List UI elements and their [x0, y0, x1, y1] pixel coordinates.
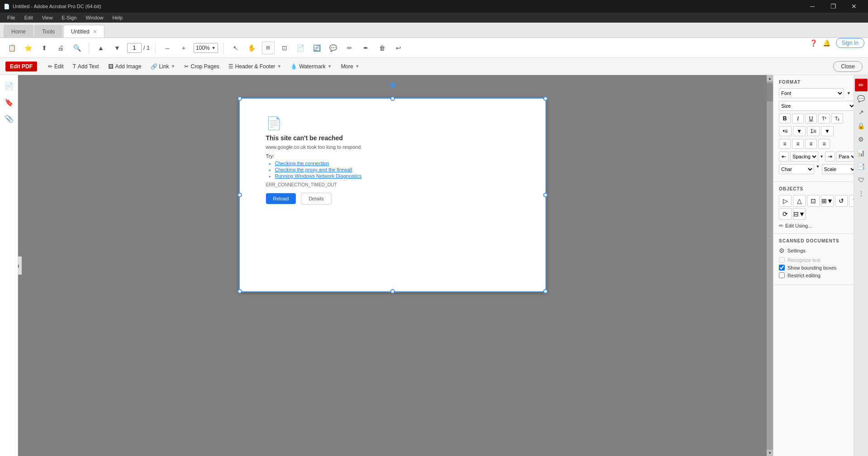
- previous-page-button[interactable]: ▲: [95, 42, 107, 54]
- edit-button[interactable]: ✏ Edit: [44, 62, 67, 71]
- scroll-up-button[interactable]: ▲: [767, 75, 773, 81]
- text-scale-select[interactable]: Scale: [822, 164, 857, 174]
- export-panel-icon[interactable]: 📊: [855, 147, 868, 159]
- scroll-thumb[interactable]: [767, 83, 773, 101]
- action-button[interactable]: 🔄: [311, 42, 323, 54]
- find-button[interactable]: 🔍: [71, 42, 83, 54]
- eraser-button[interactable]: 🗑: [376, 42, 389, 54]
- superscript-button[interactable]: T²: [818, 114, 830, 124]
- crop-pages-button[interactable]: ✂ Crop Pages: [180, 62, 223, 71]
- upload-button[interactable]: ⬆: [38, 42, 51, 54]
- restore-button[interactable]: ❐: [823, 0, 844, 13]
- pages-panel-icon[interactable]: 📄: [2, 79, 16, 93]
- add-image-button[interactable]: 🖼 Add Image: [104, 62, 145, 71]
- protect-panel-icon[interactable]: 🔒: [855, 119, 868, 132]
- attachments-panel-icon[interactable]: 📎: [2, 111, 16, 126]
- draw-button[interactable]: ✒: [360, 42, 372, 54]
- decrease-indent-button[interactable]: ⇤: [779, 152, 789, 162]
- details-button[interactable]: Details: [301, 193, 332, 204]
- watermark-button[interactable]: 💧 Watermark ▼: [287, 62, 335, 71]
- flip-horizontal-button[interactable]: △: [793, 195, 806, 207]
- rotation-circle[interactable]: [390, 82, 395, 88]
- zoom-level-select[interactable]: 100% ▼: [194, 43, 218, 53]
- page-number-input[interactable]: [127, 43, 142, 53]
- tab-close-icon[interactable]: ×: [93, 28, 97, 35]
- close-edit-button[interactable]: Close: [833, 61, 863, 72]
- subscript-button[interactable]: T₂: [831, 114, 843, 124]
- select-tool-button[interactable]: ↖: [229, 42, 242, 54]
- print-button[interactable]: 🖨: [54, 42, 67, 54]
- ordered-list-style-button[interactable]: ▼: [821, 126, 834, 136]
- align-right-button[interactable]: ≡: [805, 139, 817, 149]
- show-bounding-boxes-checkbox[interactable]: [779, 265, 785, 271]
- edit-pdf-panel-icon[interactable]: ✏: [855, 79, 868, 91]
- more-button[interactable]: More ▼: [337, 62, 363, 71]
- unordered-list-button[interactable]: •≡: [779, 126, 792, 136]
- arrange-button[interactable]: ⊟▼: [793, 208, 806, 220]
- tools-panel-icon[interactable]: ⚙: [855, 133, 868, 146]
- tab-tools[interactable]: Tools: [34, 25, 62, 38]
- tab-home[interactable]: Home: [4, 25, 33, 38]
- security-panel-icon[interactable]: 🛡: [855, 174, 868, 186]
- ordered-list-button[interactable]: 1≡: [807, 126, 820, 136]
- suggestion-2[interactable]: Checking the proxy and the firewall: [275, 167, 519, 172]
- minimize-button[interactable]: ─: [802, 0, 823, 13]
- font-size-select[interactable]: Size: [779, 101, 856, 111]
- align-objects-button[interactable]: ⊞▼: [821, 195, 834, 207]
- italic-button[interactable]: I: [792, 114, 804, 124]
- collapse-panel-button[interactable]: ◀: [18, 256, 22, 275]
- bookmark-button[interactable]: ⭐: [22, 42, 34, 54]
- show-bounding-boxes-row[interactable]: Show bounding boxes: [779, 265, 863, 271]
- next-page-button[interactable]: ▼: [111, 42, 123, 54]
- insert-page-button[interactable]: 📄: [294, 42, 307, 54]
- menu-edit[interactable]: Edit: [21, 14, 37, 21]
- menu-window[interactable]: Window: [82, 14, 107, 21]
- undo-button[interactable]: ↩: [392, 42, 405, 54]
- bring-front-button[interactable]: ▷: [779, 195, 792, 207]
- organize-panel-icon[interactable]: 📑: [855, 160, 868, 173]
- marquee-tool-button[interactable]: ⊡: [278, 42, 291, 54]
- character-spacing-select[interactable]: Char: [779, 164, 814, 174]
- new-document-button[interactable]: 📋: [5, 42, 18, 54]
- comment-button[interactable]: 💬: [327, 42, 340, 54]
- comment-panel-icon[interactable]: 💬: [855, 92, 868, 105]
- underline-button[interactable]: U: [805, 114, 817, 124]
- restrict-editing-checkbox[interactable]: [779, 272, 785, 278]
- close-window-button[interactable]: ✕: [844, 0, 864, 13]
- flip-vertical-button[interactable]: ⟳: [779, 208, 792, 220]
- link-button[interactable]: 🔗 Link ▼: [147, 62, 179, 71]
- header-footer-button[interactable]: ☰ Header & Footer ▼: [225, 62, 285, 71]
- menu-view[interactable]: View: [38, 14, 57, 21]
- rotate-ccw-button[interactable]: ↺: [835, 195, 848, 207]
- scroll-track[interactable]: [767, 81, 773, 450]
- unordered-list-style-button[interactable]: ▼: [793, 126, 806, 136]
- align-justify-button[interactable]: ≡: [818, 139, 830, 149]
- reload-button[interactable]: Reload: [266, 193, 296, 204]
- handle-bottom-middle[interactable]: [390, 289, 395, 294]
- highlight-button[interactable]: ✏: [343, 42, 356, 54]
- help-icon[interactable]: ❓: [810, 39, 817, 47]
- recognize-text-row[interactable]: Recognize text: [779, 257, 863, 263]
- notifications-icon[interactable]: 🔔: [823, 39, 830, 47]
- suggestion-1[interactable]: Checking the connection: [275, 161, 519, 166]
- select-text-button[interactable]: ⊞: [262, 42, 275, 54]
- increase-indent-button[interactable]: ⇥: [825, 152, 835, 162]
- menu-file[interactable]: File: [4, 14, 19, 21]
- align-center-button[interactable]: ≡: [792, 139, 804, 149]
- scroll-down-button[interactable]: ▼: [767, 450, 773, 456]
- menu-help[interactable]: Help: [109, 14, 127, 21]
- more-panel-icon[interactable]: ⋮: [855, 187, 868, 200]
- font-family-select[interactable]: Font: [779, 88, 844, 98]
- rotation-handle[interactable]: [390, 82, 395, 100]
- line-spacing-select[interactable]: Spacing: [790, 152, 818, 162]
- hand-tool-button[interactable]: ✋: [246, 42, 258, 54]
- tab-untitled[interactable]: Untitled ×: [63, 25, 104, 38]
- share-panel-icon[interactable]: ↗: [855, 106, 868, 119]
- bookmarks-panel-icon[interactable]: 🔖: [2, 95, 16, 109]
- settings-row[interactable]: ⚙ Settings: [779, 247, 863, 254]
- recognize-text-checkbox[interactable]: [779, 257, 785, 263]
- handle-bottom-left[interactable]: [237, 289, 242, 294]
- bold-button[interactable]: B: [779, 114, 791, 124]
- align-left-button[interactable]: ≡: [779, 139, 791, 149]
- zoom-out-button[interactable]: –: [161, 42, 174, 54]
